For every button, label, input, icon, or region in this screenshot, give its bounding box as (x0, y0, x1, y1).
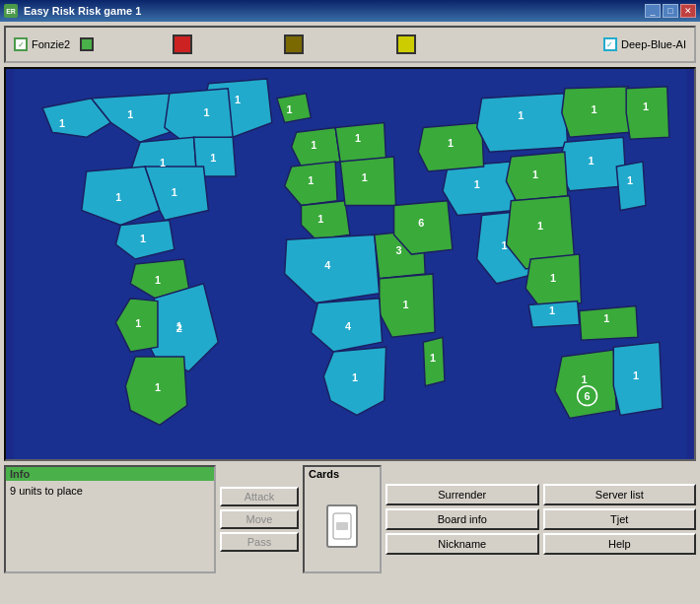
player-5-checkbox[interactable]: ✓ (603, 37, 617, 51)
buttons-row-1: Surrender Server list (385, 484, 696, 505)
svg-text:1: 1 (588, 155, 594, 167)
svg-text:1: 1 (135, 317, 141, 329)
svg-text:4: 4 (324, 259, 330, 271)
players-row: ✓ Fonzie2 ✓ Deep-Blue-AI (4, 26, 696, 63)
svg-text:1: 1 (402, 299, 408, 310)
svg-text:1: 1 (603, 312, 609, 324)
player-5: ✓ Deep-Blue-AI (462, 37, 686, 51)
window-title: Easy Risk Risk game 1 (24, 5, 639, 17)
info-header: Info (6, 467, 214, 481)
svg-text:1: 1 (448, 137, 454, 149)
close-button[interactable]: ✕ (680, 4, 696, 18)
pass-button[interactable]: Pass (220, 532, 299, 552)
svg-text:6: 6 (418, 217, 424, 229)
svg-text:3: 3 (395, 244, 401, 256)
bottom-panel: Info 9 units to place Attack Move Pass C… (4, 465, 696, 573)
player-3 (238, 34, 350, 54)
app-icon: ER (4, 4, 18, 18)
svg-text:1: 1 (537, 220, 543, 232)
svg-text:1: 1 (518, 109, 524, 121)
svg-text:1: 1 (160, 157, 166, 168)
player-2-color (173, 34, 192, 54)
move-button[interactable]: Move (220, 509, 299, 529)
window-controls: _ □ ✕ (645, 4, 696, 18)
svg-text:1: 1 (550, 272, 556, 284)
svg-text:1: 1 (362, 171, 368, 183)
surrender-button[interactable]: Surrender (385, 484, 539, 505)
svg-text:1: 1 (287, 103, 293, 115)
svg-text:1: 1 (430, 352, 436, 364)
tjet-button[interactable]: Tjet (543, 508, 697, 530)
cards-header: Cards (305, 467, 380, 481)
svg-text:1: 1 (582, 373, 588, 385)
player-3-color (284, 34, 304, 54)
player-5-name: Deep-Blue-AI (621, 38, 686, 50)
svg-marker-30 (477, 94, 568, 152)
svg-text:1: 1 (643, 101, 649, 112)
card-placeholder (326, 504, 358, 548)
buttons-row-2: Board info Tjet (385, 508, 696, 530)
svg-text:1: 1 (155, 381, 161, 393)
svg-text:1: 1 (203, 106, 209, 118)
maximize-button[interactable]: □ (663, 4, 678, 18)
svg-text:1: 1 (140, 233, 146, 244)
svg-text:1: 1 (532, 168, 538, 180)
player-2 (126, 34, 239, 54)
nickname-button[interactable]: Nickname (385, 533, 539, 555)
svg-text:1: 1 (633, 369, 639, 381)
svg-text:1: 1 (317, 213, 323, 225)
player-1-name: Fonzie2 (32, 38, 70, 50)
svg-text:1: 1 (127, 108, 133, 120)
action-panel: Attack Move Pass (220, 465, 299, 573)
svg-text:1: 1 (352, 371, 358, 383)
svg-text:1: 1 (235, 94, 241, 105)
title-bar: ER Easy Risk Risk game 1 _ □ ✕ (0, 0, 700, 22)
svg-marker-19 (340, 157, 395, 206)
buttons-row-3: Nickname Help (385, 533, 696, 555)
svg-text:1: 1 (627, 174, 633, 186)
game-map[interactable]: 1 1 1 1 1 1 1 1 1 1 1 1 1 1 1 1 1 1 1 4 … (4, 67, 696, 461)
right-buttons-panel: Surrender Server list Board info Tjet Ni… (385, 465, 696, 573)
board-info-button[interactable]: Board info (385, 508, 539, 530)
svg-text:1: 1 (59, 117, 65, 129)
svg-text:1: 1 (474, 178, 480, 190)
help-button[interactable]: Help (543, 533, 697, 555)
player-4-color (396, 34, 416, 54)
attack-button[interactable]: Attack (220, 487, 299, 506)
svg-text:1: 1 (308, 174, 314, 186)
player-1-checkbox[interactable]: ✓ (14, 37, 28, 51)
player-1-color (80, 37, 94, 51)
svg-text:1: 1 (501, 239, 507, 251)
svg-text:1: 1 (210, 152, 216, 164)
svg-text:1: 1 (311, 139, 316, 151)
minimize-button[interactable]: _ (645, 4, 661, 18)
svg-text:1: 1 (591, 103, 596, 115)
cards-panel: Cards (303, 465, 382, 573)
svg-text:1: 1 (155, 274, 161, 286)
svg-rect-87 (336, 522, 348, 530)
svg-text:4: 4 (345, 320, 351, 332)
cards-content (305, 481, 380, 571)
svg-text:1: 1 (549, 304, 555, 316)
info-content: 9 units to place (6, 481, 214, 571)
player-4 (350, 34, 462, 54)
player-1: ✓ Fonzie2 (14, 37, 126, 51)
svg-marker-32 (626, 87, 669, 139)
info-panel: Info 9 units to place (4, 465, 216, 573)
svg-text:1: 1 (115, 191, 121, 203)
svg-text:1: 1 (355, 132, 361, 144)
svg-text:6: 6 (585, 390, 591, 402)
svg-text:1: 1 (172, 186, 177, 198)
server-list-button[interactable]: Server list (543, 484, 697, 505)
svg-marker-4 (165, 89, 233, 142)
svg-text:2: 2 (176, 322, 182, 334)
